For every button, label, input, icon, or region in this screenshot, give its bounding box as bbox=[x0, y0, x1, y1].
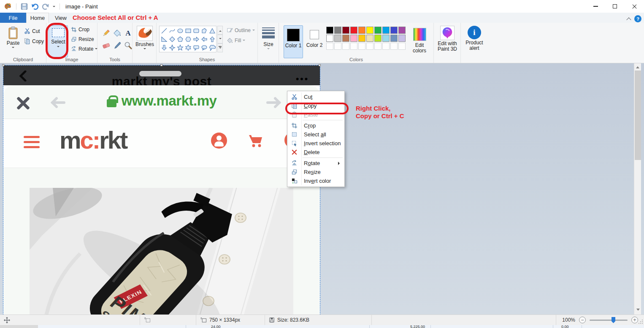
polygon-shape[interactable] bbox=[200, 27, 208, 35]
zoom-out-button[interactable]: − bbox=[579, 317, 586, 323]
palette-swatch[interactable] bbox=[358, 27, 365, 34]
scroll-up-button[interactable] bbox=[634, 63, 641, 70]
arrow-left-shape[interactable] bbox=[200, 35, 208, 43]
tab-view[interactable]: View bbox=[49, 13, 73, 23]
tab-file[interactable]: File bbox=[0, 13, 26, 23]
palette-swatch-empty[interactable] bbox=[398, 43, 406, 50]
context-menu-item-invert-selection[interactable]: Invert selection bbox=[287, 139, 344, 148]
edit-colors-button[interactable]: Edit colors bbox=[408, 25, 431, 58]
scroll-down-button[interactable] bbox=[636, 309, 640, 312]
palette-swatch-empty[interactable] bbox=[334, 43, 341, 50]
text-tool-icon[interactable]: A bbox=[123, 27, 133, 39]
palette-swatch[interactable] bbox=[326, 27, 333, 34]
palette-swatch[interactable] bbox=[382, 27, 390, 34]
color1-button[interactable]: Color 1 bbox=[284, 25, 303, 58]
resize-button[interactable]: Resize bbox=[71, 36, 94, 42]
zoom-in-button[interactable]: + bbox=[631, 317, 638, 323]
redo-button[interactable] bbox=[42, 3, 50, 10]
palette-swatch-empty[interactable] bbox=[390, 43, 398, 50]
paint3d-button[interactable]: Edit with Paint 3D bbox=[437, 26, 458, 52]
size-button[interactable]: Size bbox=[260, 24, 277, 51]
select-button[interactable]: Select bbox=[49, 25, 68, 57]
palette-swatch[interactable] bbox=[326, 35, 333, 42]
context-menu-item-delete[interactable]: Delete bbox=[287, 148, 344, 157]
cart-icon[interactable] bbox=[247, 132, 264, 150]
speech-cloud-shape[interactable] bbox=[208, 43, 216, 52]
context-menu-item-crop[interactable]: Crop bbox=[287, 121, 344, 130]
magnifier-tool-icon[interactable] bbox=[123, 39, 133, 51]
selection-handle-top-left[interactable] bbox=[2, 64, 4, 66]
outline-button[interactable]: Outline bbox=[227, 27, 255, 33]
canvas[interactable]: markt my's post markt my's post ••• www.… bbox=[3, 65, 320, 314]
ellipse-shape[interactable] bbox=[176, 27, 184, 35]
zoom-slider[interactable] bbox=[590, 320, 628, 321]
context-menu-item-invert-color[interactable]: Invert color bbox=[287, 176, 344, 185]
arrow-right-shape[interactable] bbox=[192, 35, 200, 43]
color2-button[interactable]: Color 2 bbox=[305, 25, 324, 58]
selection-handle-top-center[interactable] bbox=[160, 64, 162, 66]
palette-swatch[interactable] bbox=[334, 27, 341, 34]
arrow-up-shape[interactable] bbox=[208, 35, 216, 43]
product-alert-button[interactable]: i Product alert bbox=[464, 26, 485, 51]
curve-shape[interactable] bbox=[168, 27, 176, 35]
triangle-shape[interactable] bbox=[208, 27, 216, 35]
palette-swatch-empty[interactable] bbox=[326, 43, 333, 50]
context-menu-item-resize[interactable]: Resize bbox=[287, 168, 344, 176]
four-point-star-shape[interactable] bbox=[168, 43, 176, 52]
minimize-button[interactable] bbox=[586, 0, 605, 13]
maximize-button[interactable] bbox=[605, 0, 625, 13]
rotate-button[interactable]: Rotate bbox=[71, 46, 97, 52]
palette-swatch[interactable] bbox=[366, 35, 373, 42]
palette-swatch[interactable] bbox=[366, 27, 373, 34]
palette-swatch-empty[interactable] bbox=[366, 43, 373, 50]
six-point-star-shape[interactable] bbox=[184, 43, 192, 52]
fill-button[interactable]: Fill bbox=[227, 37, 245, 43]
copy-button[interactable]: Copy bbox=[24, 38, 44, 44]
selection-handle-top-right[interactable] bbox=[319, 64, 321, 66]
palette-swatch[interactable] bbox=[382, 35, 390, 42]
context-menu-item-rotate[interactable]: Rotate bbox=[287, 159, 344, 168]
nav-forward-icon[interactable] bbox=[265, 96, 283, 110]
eraser-tool-icon[interactable] bbox=[101, 39, 111, 51]
help-button[interactable]: ? bbox=[634, 15, 641, 22]
palette-swatch-empty[interactable] bbox=[382, 43, 390, 50]
context-menu-item-select-all[interactable]: Select all bbox=[287, 130, 344, 139]
brushes-button[interactable]: Brushes bbox=[136, 26, 154, 51]
hexagon-shape[interactable] bbox=[184, 35, 192, 43]
hamburger-menu-icon[interactable] bbox=[24, 136, 40, 148]
palette-swatch[interactable] bbox=[390, 27, 398, 34]
customize-qat-caret[interactable] bbox=[53, 6, 55, 8]
palette-swatch[interactable] bbox=[390, 35, 398, 42]
zoom-slider-thumb[interactable] bbox=[612, 317, 615, 323]
shapes-scroll-more[interactable] bbox=[217, 43, 223, 52]
palette-swatch-empty[interactable] bbox=[342, 43, 349, 50]
palette-swatch[interactable] bbox=[350, 35, 357, 42]
color-picker-tool-icon[interactable] bbox=[112, 39, 122, 51]
shapes-scroll-up[interactable] bbox=[217, 26, 223, 35]
close-button[interactable] bbox=[625, 0, 644, 13]
context-menu-item-copy[interactable]: Copy bbox=[287, 101, 344, 110]
pencil-tool-icon[interactable] bbox=[101, 27, 111, 39]
paste-button[interactable]: Paste bbox=[4, 26, 22, 49]
account-icon[interactable] bbox=[211, 133, 227, 149]
pentagon-shape[interactable] bbox=[176, 35, 184, 43]
tab-home[interactable]: Home bbox=[26, 13, 49, 23]
scrollbar-thumb[interactable] bbox=[635, 70, 641, 160]
palette-swatch-empty[interactable] bbox=[374, 43, 382, 50]
palette-swatch[interactable] bbox=[350, 27, 357, 34]
palette-swatch[interactable] bbox=[358, 35, 365, 42]
vertical-scrollbar[interactable] bbox=[634, 63, 641, 314]
five-point-star-shape[interactable] bbox=[176, 43, 184, 52]
collapse-ribbon-button[interactable] bbox=[627, 17, 631, 21]
rounded-rectangle-shape[interactable] bbox=[192, 27, 200, 35]
fill-bucket-tool-icon[interactable] bbox=[112, 27, 122, 39]
save-button[interactable] bbox=[21, 3, 28, 10]
palette-swatch[interactable] bbox=[374, 27, 382, 34]
palette-swatch[interactable] bbox=[398, 27, 406, 34]
context-menu-item-cut[interactable]: Cut bbox=[287, 92, 344, 101]
cut-button[interactable]: Cut bbox=[24, 28, 40, 34]
speech-oval-shape[interactable] bbox=[200, 43, 208, 52]
more-options-dots[interactable]: ••• bbox=[296, 74, 309, 84]
right-triangle-shape[interactable] bbox=[160, 35, 168, 43]
palette-swatch[interactable] bbox=[398, 35, 406, 42]
